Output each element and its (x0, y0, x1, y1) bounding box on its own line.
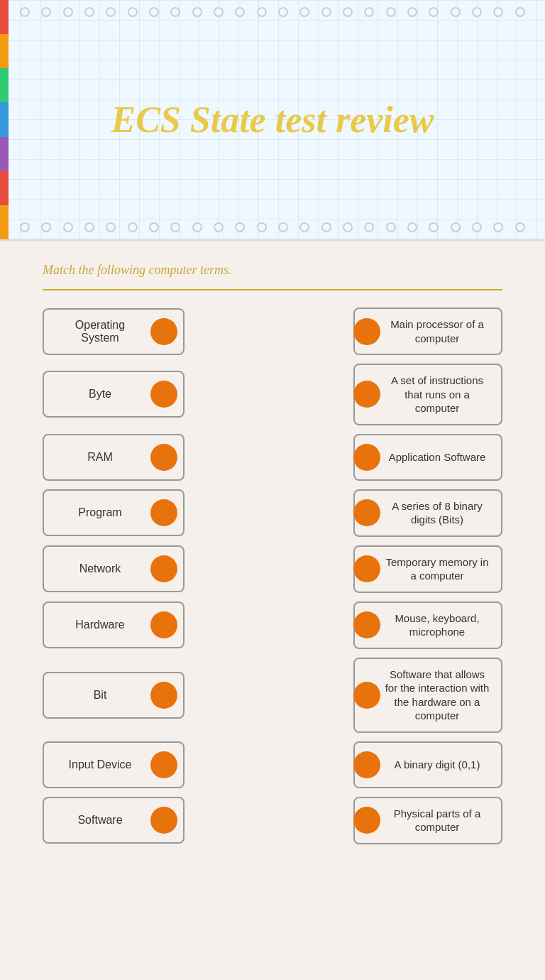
def-label: Physical parts of a computer (385, 807, 490, 834)
top-circle (321, 7, 331, 17)
def-circle[interactable] (353, 499, 380, 526)
match-row: Operating System Main processor of a com… (43, 307, 502, 355)
term-circle[interactable] (150, 444, 177, 471)
top-circle (493, 7, 503, 17)
def-box-binary-digit[interactable]: A binary digit (0,1) (353, 741, 502, 788)
def-box-set-instructions[interactable]: A set of instructions that runs on a com… (353, 364, 502, 425)
top-circle (386, 7, 396, 17)
color-strips (0, 0, 9, 239)
term-box-bit[interactable]: Bit (43, 672, 185, 719)
match-row: Byte A set of instructions that runs on … (43, 364, 502, 425)
term-label: Software (55, 814, 145, 827)
term-box-hardware[interactable]: Hardware (43, 601, 185, 648)
bottom-circle (63, 222, 73, 232)
strip-orange (0, 34, 9, 68)
top-circle (106, 7, 116, 17)
circles-top (0, 7, 545, 17)
bottom-circle (106, 222, 116, 232)
strip-purple (0, 137, 9, 171)
top-circle (364, 7, 374, 17)
bottom-circle (343, 222, 353, 232)
top-circle (214, 7, 224, 17)
def-label: A set of instructions that runs on a com… (385, 374, 490, 415)
bottom-circle (214, 222, 224, 232)
term-label: Hardware (55, 619, 145, 631)
def-label: Temporary memory in a computer (385, 555, 490, 583)
def-box-temporary-memory[interactable]: Temporary memory in a computer (353, 545, 502, 593)
match-row: Software Physical parts of a computer (43, 797, 502, 844)
term-box-input-device[interactable]: Input Device (43, 741, 185, 788)
term-label: Network (55, 562, 145, 575)
divider (43, 289, 502, 290)
def-circle[interactable] (353, 444, 380, 471)
bottom-circle (192, 222, 202, 232)
match-row: Program A series of 8 binary digits (Bit… (43, 489, 502, 537)
bottom-circle (472, 222, 482, 232)
term-box-ram[interactable]: RAM (43, 434, 185, 481)
strip-red2 (0, 171, 9, 205)
def-label: A series of 8 binary digits (Bits) (385, 499, 490, 527)
term-box-network[interactable]: Network (43, 545, 185, 592)
term-label: Input Device (55, 758, 145, 771)
term-box-program[interactable]: Program (43, 489, 185, 536)
bottom-circle (41, 222, 51, 232)
top-circle (235, 7, 245, 17)
match-row: Hardware Mouse, keyboard, microphone (43, 601, 502, 649)
matching-container: Operating System Main processor of a com… (43, 307, 502, 844)
bottom-circle (364, 222, 374, 232)
def-label: Mouse, keyboard, microphone (385, 611, 490, 639)
header-section: ECS State test review (0, 0, 545, 241)
term-circle[interactable] (150, 751, 177, 778)
term-box-software[interactable]: Software (43, 797, 185, 844)
top-circle (63, 7, 73, 17)
term-circle[interactable] (150, 499, 177, 526)
top-circle (149, 7, 159, 17)
def-circle[interactable] (353, 807, 380, 834)
content-area: Match the following computer terms. Oper… (0, 241, 545, 980)
term-box-byte[interactable]: Byte (43, 371, 185, 418)
term-box-operating-system[interactable]: Operating System (43, 308, 185, 355)
def-box-main-processor[interactable]: Main processor of a computer (353, 307, 502, 355)
term-circle[interactable] (150, 318, 177, 345)
bottom-circle (20, 222, 30, 232)
top-circle (407, 7, 417, 17)
term-circle[interactable] (150, 682, 177, 709)
top-circle (515, 7, 525, 17)
term-circle[interactable] (150, 555, 177, 582)
def-circle[interactable] (353, 682, 380, 709)
bottom-circle (451, 222, 461, 232)
match-row: Input Device A binary digit (0,1) (43, 741, 502, 788)
top-circle (41, 7, 51, 17)
def-box-software-interaction[interactable]: Software that allows for the interaction… (353, 658, 502, 733)
def-circle[interactable] (353, 751, 380, 778)
match-row: RAM Application Software (43, 434, 502, 481)
def-circle[interactable] (353, 381, 380, 408)
strip-red (0, 0, 9, 34)
term-circle[interactable] (150, 807, 177, 834)
def-circle[interactable] (353, 555, 380, 582)
def-circle[interactable] (353, 611, 380, 638)
top-circle (20, 7, 30, 17)
strip-green (0, 68, 9, 102)
term-label: RAM (55, 451, 145, 464)
def-box-physical-parts[interactable]: Physical parts of a computer (353, 797, 502, 844)
bottom-circle (278, 222, 288, 232)
bottom-circle (170, 222, 180, 232)
match-row: Bit Software that allows for the interac… (43, 658, 502, 733)
bottom-circle (128, 222, 138, 232)
top-circle (451, 7, 461, 17)
def-box-application-software[interactable]: Application Software (353, 434, 502, 481)
bottom-circle (515, 222, 525, 232)
term-circle[interactable] (150, 611, 177, 638)
circles-bottom (0, 222, 545, 232)
def-label: Software that allows for the interaction… (385, 668, 490, 723)
def-box-mouse-keyboard[interactable]: Mouse, keyboard, microphone (353, 601, 502, 649)
bottom-circle (429, 222, 439, 232)
def-circle[interactable] (353, 318, 380, 345)
page-title: ECS State test review (111, 99, 434, 141)
term-circle[interactable] (150, 381, 177, 408)
subtitle: Match the following computer terms. (43, 263, 502, 278)
def-box-binary-digits[interactable]: A series of 8 binary digits (Bits) (353, 489, 502, 537)
term-label: Bit (55, 689, 145, 702)
bottom-circle (386, 222, 396, 232)
